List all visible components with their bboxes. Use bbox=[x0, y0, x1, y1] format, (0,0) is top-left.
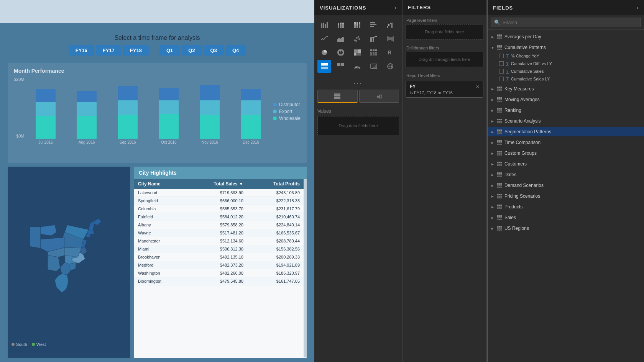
field-table-icon bbox=[497, 215, 502, 220]
field-group-header[interactable]: ►US Regions bbox=[488, 224, 644, 233]
page-drag-zone[interactable]: Drag data fields here bbox=[406, 24, 483, 39]
time-btn-q1[interactable]: Q1 bbox=[159, 45, 180, 56]
field-group-header[interactable]: ►Custom Groups bbox=[488, 149, 644, 158]
viz-icon-100bar[interactable] bbox=[350, 18, 364, 31]
viz-icon-ribbon[interactable] bbox=[383, 32, 397, 45]
field-table-icon bbox=[497, 172, 502, 177]
viz-icon-table[interactable] bbox=[317, 60, 331, 73]
time-btn-fy17[interactable]: FY17 bbox=[96, 45, 122, 56]
field-group: ►Segmentation Patterns bbox=[488, 126, 644, 137]
field-checkbox bbox=[499, 54, 504, 58]
svg-rect-70 bbox=[341, 65, 344, 66]
field-group-header[interactable]: ►Averages per Day bbox=[488, 32, 644, 41]
field-group-header[interactable]: ▼Cumulative Patterns bbox=[488, 43, 644, 52]
field-subitem[interactable]: ∑ Cumulative Diff. vs LY bbox=[488, 60, 644, 67]
bar-distributor bbox=[200, 85, 220, 100]
field-group-header[interactable]: ►Moving Averages bbox=[488, 95, 644, 104]
viz-icon-hbar[interactable] bbox=[367, 18, 381, 31]
field-subitem[interactable]: ∑ Cumulative Sales bbox=[488, 67, 644, 75]
field-group: ►US Regions bbox=[488, 223, 644, 234]
svg-rect-23 bbox=[338, 25, 339, 28]
fields-expand[interactable]: › bbox=[636, 5, 639, 11]
svg-marker-42 bbox=[337, 37, 344, 42]
fields-search: 🔍 bbox=[488, 15, 644, 30]
viz-icon-globe[interactable] bbox=[383, 60, 397, 73]
field-group-header[interactable]: ►Scenario Analysis bbox=[488, 116, 644, 126]
viz-icon-scatter[interactable] bbox=[350, 32, 364, 45]
field-expand-arrow: ► bbox=[491, 119, 495, 123]
viz-icon-matrix2[interactable] bbox=[334, 60, 348, 73]
viz-panel-arrow[interactable]: › bbox=[394, 5, 397, 11]
bar-export bbox=[200, 100, 220, 115]
field-group: ►Demand Scenarios bbox=[488, 180, 644, 191]
svg-rect-38 bbox=[387, 26, 388, 28]
report-level-label: Report level filters bbox=[402, 70, 486, 79]
field-group-header[interactable]: ►Segmentation Patterns bbox=[488, 127, 644, 136]
scrollbar[interactable] bbox=[304, 179, 307, 357]
city-table-scroll: City Name Total Sales ▼ Total Profits La… bbox=[134, 179, 304, 357]
svg-rect-123 bbox=[497, 153, 502, 154]
svg-rect-97 bbox=[497, 97, 502, 99]
viz-icon-combo[interactable] bbox=[367, 32, 381, 45]
svg-rect-124 bbox=[497, 154, 502, 156]
time-btn-fy16[interactable]: FY16 bbox=[69, 45, 94, 56]
field-expand-arrow: ► bbox=[491, 173, 495, 177]
drillthrough-drag-zone[interactable]: Drag drillthrough fields here bbox=[406, 52, 483, 67]
field-group-header[interactable]: ►Products bbox=[488, 202, 644, 211]
search-input[interactable] bbox=[503, 20, 637, 25]
search-input-wrap: 🔍 bbox=[491, 18, 641, 27]
field-group-name: Customers bbox=[504, 161, 527, 167]
viz-icon-gauge[interactable] bbox=[350, 60, 364, 73]
field-group: ►Custom Groups bbox=[488, 148, 644, 159]
svg-rect-109 bbox=[497, 122, 502, 123]
values-drag-zone[interactable]: Drag data fields here bbox=[317, 116, 399, 135]
viz-icon-treemap[interactable] bbox=[350, 46, 364, 59]
svg-rect-63 bbox=[321, 63, 328, 65]
field-group-header[interactable]: ►Sales bbox=[488, 213, 644, 222]
time-btn-q2[interactable]: Q2 bbox=[181, 45, 202, 56]
viz-icon-pie[interactable] bbox=[317, 46, 331, 59]
field-group-name: Sales bbox=[504, 215, 516, 220]
viz-icons-grid: R 123 bbox=[314, 15, 402, 76]
viz-icon-donut[interactable] bbox=[334, 46, 348, 59]
field-item-name: Cumulative Sales LY bbox=[511, 77, 550, 81]
field-group-header[interactable]: ►Dates bbox=[488, 170, 644, 179]
city-table: City Name Total Sales ▼ Total Profits La… bbox=[134, 179, 304, 285]
time-btn-fy18[interactable]: FY18 bbox=[123, 45, 149, 56]
viz-sub-format[interactable] bbox=[359, 90, 399, 103]
viz-icon-r[interactable]: R bbox=[383, 46, 397, 59]
viz-icon-card[interactable]: 123 bbox=[367, 60, 381, 73]
svg-rect-142 bbox=[497, 194, 502, 195]
time-btn-q3[interactable]: Q3 bbox=[204, 45, 224, 56]
table-row: Bloomington $479,545.80 $161,747.05 bbox=[134, 277, 304, 285]
svg-rect-39 bbox=[388, 24, 389, 26]
filter-chip-name: FY bbox=[410, 84, 416, 89]
field-subitem[interactable]: ∑ % Change YoY bbox=[488, 52, 644, 60]
field-group-header[interactable]: ►Key Measures bbox=[488, 84, 644, 93]
viz-icon-stacked-bar[interactable] bbox=[334, 18, 348, 31]
field-expand-arrow: ► bbox=[491, 194, 495, 198]
field-group-header[interactable]: ►Pricing Scenarios bbox=[488, 192, 644, 201]
field-group-header[interactable]: ►Demand Scenarios bbox=[488, 181, 644, 190]
svg-rect-147 bbox=[497, 205, 502, 206]
viz-sub-fields[interactable] bbox=[317, 90, 358, 103]
cell-city: Columbia bbox=[134, 205, 186, 213]
col-sales: Total Sales ▼ bbox=[186, 179, 247, 189]
field-expand-arrow: ► bbox=[491, 130, 495, 134]
filter-chip-close[interactable]: × bbox=[476, 84, 479, 90]
svg-rect-159 bbox=[497, 229, 502, 231]
viz-icon-area[interactable] bbox=[334, 32, 348, 45]
table-row: Fairfield $584,012.20 $210,460.74 bbox=[134, 213, 304, 221]
col-city: City Name bbox=[134, 179, 186, 189]
viz-icon-bar[interactable] bbox=[317, 18, 331, 31]
field-subitem[interactable]: ∑ Cumulative Sales LY bbox=[488, 75, 644, 83]
viz-icon-matrix[interactable] bbox=[367, 46, 381, 59]
field-group-header[interactable]: ►Ranking bbox=[488, 106, 644, 115]
viz-icon-line[interactable] bbox=[317, 32, 331, 45]
field-group-header[interactable]: ►Customers bbox=[488, 159, 644, 169]
viz-icon-waterfall[interactable] bbox=[383, 18, 397, 31]
svg-rect-65 bbox=[321, 67, 328, 68]
field-expand-arrow: ► bbox=[491, 35, 495, 39]
field-group-header[interactable]: ►Time Comparison bbox=[488, 138, 644, 147]
time-btn-q4[interactable]: Q4 bbox=[225, 45, 246, 56]
